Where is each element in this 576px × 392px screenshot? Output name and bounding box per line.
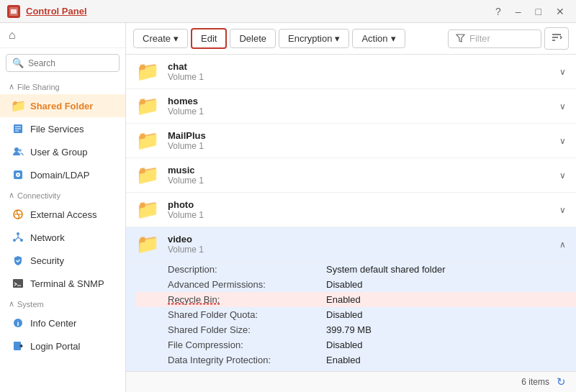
folder-list: 📁 chat Volume 1 ∨ 📁 homes Volume 1 ∨ 📁: [126, 55, 576, 371]
folder-name: music: [168, 165, 559, 176]
users-icon: [12, 145, 24, 158]
chevron-down-icon: ∧: [9, 191, 14, 200]
detail-row-advanced-permissions: Advanced Permissions: Disabled: [168, 277, 566, 292]
detail-value: Disabled: [326, 339, 363, 350]
dropdown-arrow-icon: ▾: [391, 33, 396, 44]
refresh-button[interactable]: ↻: [557, 375, 566, 388]
sidebar-item-info-center[interactable]: Info Center: [0, 311, 125, 334]
folder-icon-mailplus: 📁: [136, 129, 159, 152]
sidebar-item-external-access[interactable]: External Access: [0, 203, 125, 226]
network-icon: [12, 231, 24, 244]
detail-label: Recycle Bin:: [168, 294, 326, 305]
filter-label: Filter: [469, 33, 490, 44]
folder-details-video: Description: System default shared folde…: [126, 262, 576, 371]
detail-label: Advanced Permissions:: [168, 279, 326, 290]
sidebar-item-file-services[interactable]: File Services: [0, 117, 125, 140]
home-button[interactable]: ⌂: [0, 23, 125, 48]
folder-icon-chat: 📁: [136, 60, 159, 83]
search-icon: 🔍: [12, 58, 24, 68]
sidebar: ⌂ 🔍 ∧ File Sharing 📁 Shared Folder File …: [0, 23, 126, 392]
sidebar-item-network[interactable]: Network: [0, 226, 125, 249]
sidebar-item-label: Domain/LDAP: [30, 170, 89, 181]
item-count: 6 items: [521, 377, 549, 387]
shield-icon: [12, 254, 24, 267]
sidebar-item-login-portal[interactable]: Login Portal: [0, 334, 125, 357]
folder-row-video[interactable]: 📁 video Volume 1 ∧: [126, 227, 576, 262]
sidebar-item-label: Security: [30, 255, 64, 266]
dropdown-arrow-icon: ▾: [335, 33, 340, 44]
svg-point-9: [13, 239, 16, 242]
folder-info-video: video Volume 1: [168, 234, 559, 255]
folder-row-photo[interactable]: 📁 photo Volume 1 ∨: [126, 193, 576, 227]
detail-row-recycle-bin: Recycle Bin: Enabled: [136, 292, 576, 307]
home-icon: ⌂: [9, 29, 16, 42]
file-services-icon: [12, 122, 24, 135]
folder-icon-photo: 📁: [136, 199, 159, 221]
maximize-button[interactable]: □: [531, 4, 546, 19]
section-connectivity: ∧ Connectivity: [0, 186, 125, 203]
folder-row-music[interactable]: 📁 music Volume 1 ∨: [126, 158, 576, 193]
main-layout: ⌂ 🔍 ∧ File Sharing 📁 Shared Folder File …: [0, 23, 576, 392]
chevron-down-icon: ∨: [559, 136, 566, 146]
content-area: Create ▾ Edit Delete Encryption ▾ Action…: [126, 23, 576, 392]
folder-volume: Volume 1: [168, 106, 559, 117]
folder-info-chat: chat Volume 1: [168, 61, 559, 82]
sidebar-item-shared-folder[interactable]: 📁 Shared Folder: [0, 94, 125, 117]
detail-label: Shared Folder Quota:: [168, 309, 326, 320]
section-file-sharing: ∧ File Sharing: [0, 78, 125, 94]
edit-button[interactable]: Edit: [191, 28, 227, 49]
folder-row-mailplus[interactable]: 📁 MailPlus Volume 1 ∨: [126, 124, 576, 158]
sidebar-item-terminal-snmp[interactable]: Terminal & SNMP: [0, 272, 125, 295]
detail-value: Enabled: [326, 294, 361, 305]
help-button[interactable]: ?: [491, 4, 505, 19]
sidebar-item-domain-ldap[interactable]: Domain/LDAP: [0, 163, 125, 186]
globe-icon: [12, 208, 24, 221]
folder-name: photo: [168, 199, 559, 210]
sidebar-item-security[interactable]: Security: [0, 249, 125, 272]
detail-label: Data Integrity Protection:: [168, 355, 326, 365]
svg-point-3: [19, 149, 22, 152]
folder-icon-music: 📁: [136, 164, 159, 186]
detail-value: 399.79 MB: [326, 324, 372, 335]
sidebar-item-user-group[interactable]: User & Group: [0, 140, 125, 163]
chevron-down-icon: ∧: [9, 299, 14, 309]
sidebar-item-label: Info Center: [30, 318, 76, 329]
folder-icon-video: 📁: [136, 233, 159, 255]
create-button[interactable]: Create ▾: [133, 29, 188, 48]
filter-box[interactable]: Filter: [448, 29, 541, 48]
dropdown-arrow-icon: ▾: [174, 33, 179, 44]
app-icon: [7, 5, 20, 18]
sidebar-item-label: Terminal & SNMP: [30, 278, 104, 289]
section-system: ∧ System: [0, 295, 125, 311]
search-box[interactable]: 🔍: [6, 54, 120, 72]
folder-volume: Volume 1: [168, 210, 559, 220]
svg-rect-11: [13, 279, 23, 288]
folder-row-chat[interactable]: 📁 chat Volume 1 ∨: [126, 55, 576, 89]
sort-button[interactable]: [544, 27, 569, 50]
detail-value: Disabled: [326, 309, 363, 320]
detail-value: System default shared folder: [326, 264, 445, 275]
chevron-down-icon: ∨: [559, 205, 566, 215]
minimize-button[interactable]: –: [511, 4, 526, 19]
toolbar: Create ▾ Edit Delete Encryption ▾ Action…: [126, 23, 576, 55]
delete-button[interactable]: Delete: [230, 29, 276, 48]
folder-name: chat: [168, 61, 559, 72]
detail-row-compression: File Compression: Disabled: [168, 337, 566, 352]
action-button[interactable]: Action ▾: [352, 29, 405, 48]
detail-value: Enabled: [326, 355, 361, 365]
encryption-button[interactable]: Encryption ▾: [279, 29, 349, 48]
svg-point-2: [14, 147, 19, 152]
search-input[interactable]: [28, 58, 113, 68]
close-button[interactable]: ✕: [552, 4, 569, 19]
folder-icon-homes: 📁: [136, 95, 159, 117]
detail-row-integrity: Data Integrity Protection: Enabled: [168, 352, 566, 368]
detail-row-description: Description: System default shared folde…: [168, 262, 566, 277]
sidebar-item-label: Shared Folder: [30, 101, 93, 111]
folder-icon: 📁: [12, 99, 24, 112]
folder-row-homes[interactable]: 📁 homes Volume 1 ∨: [126, 89, 576, 124]
folder-volume: Volume 1: [168, 72, 559, 82]
chevron-down-icon: ∨: [559, 67, 566, 77]
sidebar-item-label: Network: [30, 232, 65, 243]
chevron-up-icon: ∧: [559, 240, 566, 250]
detail-label: File Compression:: [168, 339, 326, 350]
